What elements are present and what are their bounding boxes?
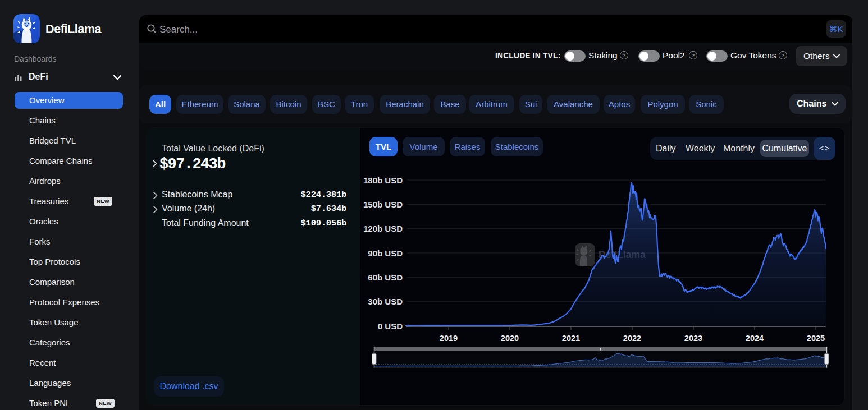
svg-text:90b USD: 90b USD: [368, 248, 403, 258]
svg-text:2021: 2021: [562, 334, 580, 343]
svg-text:120b USD: 120b USD: [363, 224, 403, 233]
svg-text:60b USD: 60b USD: [368, 273, 403, 282]
svg-text:30b USD: 30b USD: [368, 297, 403, 306]
svg-text:2022: 2022: [623, 334, 641, 343]
svg-text:2023: 2023: [684, 334, 702, 343]
svg-text:2025: 2025: [807, 334, 825, 343]
svg-text:0 USD: 0 USD: [378, 321, 403, 331]
svg-text:150b USD: 150b USD: [363, 200, 403, 209]
svg-text:2020: 2020: [501, 334, 519, 343]
svg-text:180b USD: 180b USD: [363, 176, 403, 185]
svg-text:2019: 2019: [440, 334, 458, 343]
svg-text:2024: 2024: [746, 334, 764, 343]
